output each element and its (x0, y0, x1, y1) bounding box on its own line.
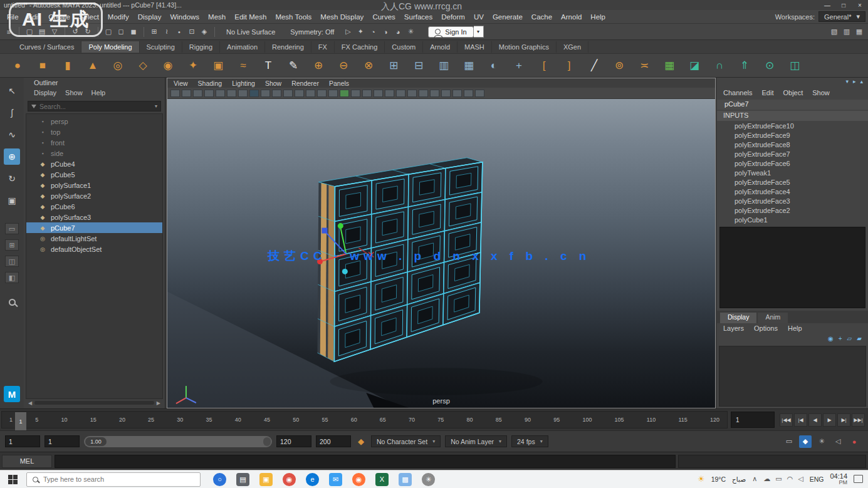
append-to-polygon-icon[interactable]: + (510, 56, 528, 75)
layer-editor-menu-item[interactable]: Options (754, 324, 778, 333)
outliner-item[interactable]: ◆ pCube5 (26, 169, 162, 180)
platonic-solid-icon[interactable]: ✦ (184, 56, 202, 75)
menu-item[interactable]: Curves (368, 11, 399, 23)
textured-icon[interactable] (362, 90, 372, 97)
file-explorer-icon[interactable]: ▣ (259, 473, 273, 486)
record-button[interactable]: ● (848, 435, 860, 448)
select-component-icon[interactable]: ◼ (128, 26, 139, 38)
multisample-icon[interactable] (430, 90, 439, 97)
timeline-tick[interactable]: 55 (322, 417, 328, 423)
scroll-track[interactable] (34, 401, 154, 405)
search-input[interactable] (39, 103, 152, 110)
modeling-toolkit-toggle-icon[interactable]: ▧ (829, 26, 840, 38)
lock-camera-icon[interactable] (182, 90, 191, 97)
channel-box-menu-item[interactable]: Channels (723, 89, 752, 98)
scroll-left-icon[interactable]: ◀ (28, 400, 32, 406)
animation-start-field[interactable] (44, 435, 80, 447)
channel-values-area[interactable] (719, 227, 865, 308)
speed-icon[interactable]: ▸ (853, 78, 856, 86)
timeline-tick[interactable]: 50 (293, 417, 299, 423)
timeline-tick[interactable]: 40 (235, 417, 241, 423)
range-end-handle[interactable] (263, 437, 271, 446)
sign-in-dropdown[interactable]: ▾ (474, 26, 484, 38)
attribute-editor-toggle-icon[interactable]: ▥ (841, 26, 852, 38)
play-forward-button[interactable]: ▶ (823, 413, 836, 427)
update-mode-icon[interactable]: ▴ (860, 78, 863, 86)
input-node[interactable]: polyExtrudeFace2 (717, 205, 868, 215)
lasso-tool-icon[interactable]: ʃ (4, 105, 20, 121)
playhead[interactable]: 1 (15, 412, 26, 430)
shelf-tab[interactable]: Curves / Surfaces (13, 41, 81, 53)
timeline-tick[interactable]: 65 (380, 417, 386, 423)
task-view-icon[interactable]: ▤ (236, 473, 249, 486)
timeline-track[interactable]: 1510152025303540455055606570758085909510… (1, 411, 728, 428)
boolean-difference-icon[interactable]: ⊖ (334, 56, 353, 75)
current-frame-field[interactable]: 1 (731, 412, 775, 428)
viewport-menu-item[interactable]: View (174, 80, 188, 87)
camera-attributes-icon[interactable] (193, 90, 202, 97)
photos-icon[interactable]: ▩ (399, 473, 412, 486)
shelf-tab[interactable]: FX Caching (335, 41, 385, 53)
shelf-tab[interactable]: Sculpting (140, 41, 182, 53)
channel-box-menu-item[interactable]: Edit (761, 89, 773, 98)
add-layer-icon[interactable]: + (839, 335, 842, 344)
snap-to-point-icon[interactable]: • (174, 26, 185, 38)
input-node[interactable]: polyExtrudeFace8 (717, 140, 868, 149)
outliner-item[interactable]: ◆ polySurface2 (26, 190, 162, 201)
divider[interactable] (144, 27, 144, 37)
snap-to-grid-icon[interactable]: ⊞ (149, 26, 160, 38)
maximize-button[interactable]: □ (835, 0, 852, 10)
film-gate-icon[interactable] (261, 90, 270, 97)
start-button[interactable] (0, 470, 25, 488)
chevron-down-icon[interactable]: ▾ (155, 103, 157, 109)
hidden-icons-chevron[interactable]: ∧ (752, 475, 757, 483)
menu-item[interactable]: UV (469, 11, 488, 23)
step-back-frame-button[interactable]: ◀ (808, 413, 822, 427)
object-name[interactable]: pCube7 (717, 100, 868, 110)
menu-item[interactable]: Edit Mesh (230, 11, 271, 23)
timeline-tick[interactable]: 20 (119, 417, 125, 423)
snap-to-curve-icon[interactable]: ≀ (161, 26, 172, 38)
viewport-menu-item[interactable]: Panels (329, 80, 349, 87)
select-object-icon[interactable]: ◻ (115, 26, 127, 38)
minimize-button[interactable]: — (819, 0, 835, 10)
xray-icon[interactable] (464, 90, 473, 97)
command-input[interactable] (55, 455, 676, 468)
select-camera-icon[interactable] (170, 90, 180, 97)
wireframe-icon[interactable] (328, 90, 338, 97)
scale-tool-icon[interactable]: ▣ (4, 192, 20, 209)
layer-list[interactable] (719, 346, 866, 407)
grease-pencil-icon[interactable] (238, 90, 248, 97)
layout-four-pane-icon[interactable]: ⊞ (5, 239, 19, 251)
shelf-tab[interactable]: Arnold (423, 41, 458, 53)
grid-icon[interactable] (249, 90, 259, 97)
menu-item[interactable]: Modify (103, 11, 133, 23)
timeline-tick[interactable]: 80 (467, 417, 473, 423)
wifi-icon[interactable]: ◠ (787, 475, 793, 483)
character-set-select[interactable]: No Character Set ▾ (371, 435, 441, 447)
timeline-tick[interactable]: 70 (409, 417, 415, 423)
ipr-render-icon[interactable]: ◕ (392, 26, 404, 38)
timeline-tick[interactable]: 100 (582, 417, 592, 423)
center-handle[interactable] (342, 269, 348, 274)
input-node[interactable]: polyCube1 (717, 215, 868, 224)
layout-persp-outliner-icon[interactable]: ◧ (5, 272, 19, 283)
merge-vertices-icon[interactable]: ⊙ (760, 56, 779, 75)
outliner-item[interactable]: ◆ pCube7 (26, 222, 162, 233)
outliner-item[interactable]: ▪ front (26, 137, 162, 148)
shelf-tab[interactable]: Motion Graphics (492, 41, 557, 53)
shelf-tab[interactable]: FX (311, 41, 335, 53)
chrome-icon[interactable]: ◉ (283, 473, 296, 486)
shelf-tab[interactable]: Poly Modeling (81, 41, 139, 53)
menu-item[interactable]: Display (133, 11, 166, 23)
poly-cone-icon[interactable]: ▲ (83, 56, 102, 75)
channel-box-toggle-icon[interactable]: ▦ (854, 26, 865, 38)
viewport-menu-item[interactable]: Show (265, 80, 281, 87)
timeline-tick[interactable]: 35 (206, 417, 212, 423)
shadows-icon[interactable] (396, 90, 405, 97)
sign-in-button[interactable]: Sign In (428, 26, 473, 38)
playback-end-field[interactable] (316, 435, 351, 447)
outliner-menu-item[interactable]: Show (65, 89, 83, 98)
timeline-tick[interactable]: 95 (553, 417, 560, 423)
isolate-select-icon[interactable] (452, 90, 462, 97)
